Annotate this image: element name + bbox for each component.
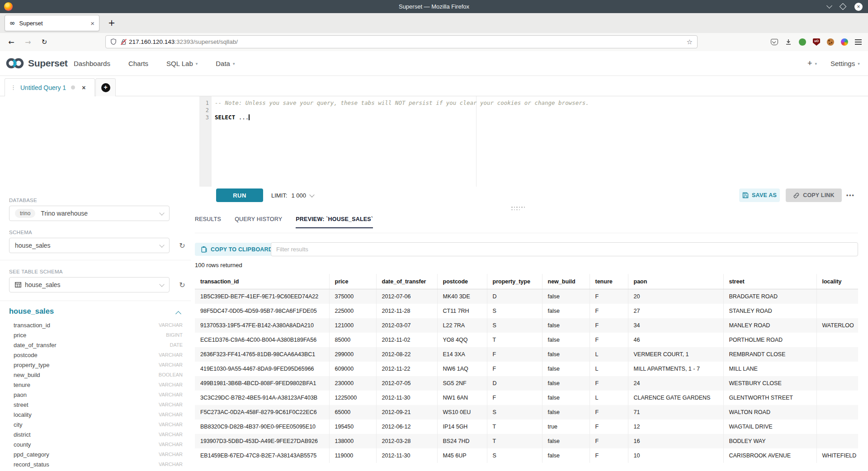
table-select[interactable]: house_sales xyxy=(9,277,170,292)
extension-ublock-icon[interactable]: uO xyxy=(813,38,820,46)
table-row: 98F5DC47-0D05-4D59-95B7-98CA6F1FDE052250… xyxy=(195,304,858,318)
copy-link-button[interactable]: COPY LINK xyxy=(786,188,842,202)
table-cell: false xyxy=(542,333,590,347)
shield-icon[interactable] xyxy=(110,38,117,45)
table-cell: 195450 xyxy=(329,419,376,434)
back-button[interactable]: ← xyxy=(5,33,18,51)
schema-refresh-icon[interactable]: ↻ xyxy=(178,241,187,250)
nav-add-button[interactable]: +▾ xyxy=(807,51,817,76)
column-list: transaction_idVARCHARpriceBIGINTdate_of_… xyxy=(9,320,183,471)
schema-select[interactable]: house_sales xyxy=(9,238,170,253)
bookmark-star-icon[interactable]: ☆ xyxy=(687,38,693,46)
table-cell: 2636F323-FF41-4765-81DB-98CAA6A43BC1 xyxy=(195,347,329,362)
nav-item-sql-lab[interactable]: SQL Lab▾ xyxy=(166,60,198,67)
results-tab-results[interactable]: RESULTS xyxy=(195,216,221,228)
pocket-icon[interactable] xyxy=(771,39,778,45)
table-cell: F xyxy=(590,448,628,463)
filter-results-input[interactable] xyxy=(271,242,858,256)
editor-lines[interactable]: -- Note: Unless you save your query, the… xyxy=(215,99,858,121)
reload-button[interactable]: ↻ xyxy=(38,33,51,51)
column-row: cityVARCHAR xyxy=(9,419,183,429)
nav-item-dashboards[interactable]: Dashboards xyxy=(74,60,110,67)
results-table: transaction_idpricedate_of_transferpostc… xyxy=(195,274,858,463)
pane-resize-handle[interactable] xyxy=(511,207,525,210)
database-select[interactable]: trino Trino warehouse xyxy=(9,206,170,221)
nav-item-label: Data xyxy=(216,60,230,67)
editor-toolbar: RUN LIMIT: 1 000 SAVE AS COPY LINK ••• xyxy=(197,188,858,203)
query-tab-close-icon[interactable]: × xyxy=(82,84,85,91)
table-cell xyxy=(816,434,858,448)
editor-line[interactable] xyxy=(215,107,858,114)
table-cell: NW1 6AN xyxy=(437,391,487,405)
more-actions-button[interactable]: ••• xyxy=(846,188,855,203)
sql-comment: -- Note: Unless you save your query, the… xyxy=(215,99,589,106)
plus-circle-icon: + xyxy=(101,83,110,92)
editor-line[interactable]: SELECT ... xyxy=(215,114,858,121)
url-path: :32393/superset/sqllab/ xyxy=(175,38,238,45)
collapse-chevron-icon[interactable] xyxy=(175,311,181,317)
column-name: street xyxy=(14,401,28,408)
url-input[interactable]: 217.160.120.143:32393/superset/sqllab/ ☆ xyxy=(105,35,698,48)
nav-item-charts[interactable]: Charts xyxy=(128,60,148,67)
column-row: tenureVARCHAR xyxy=(9,380,183,390)
drag-handle-icon[interactable]: ⋮ xyxy=(10,84,16,91)
table-cell: M45 6UP xyxy=(437,448,487,463)
column-header-date_of_transfer[interactable]: date_of_transfer xyxy=(376,274,437,289)
browser-tab[interactable]: ∞ Superset × xyxy=(5,15,99,31)
insecure-lock-icon[interactable] xyxy=(120,38,127,45)
column-header-price[interactable]: price xyxy=(329,274,376,289)
column-header-postcode[interactable]: postcode xyxy=(437,274,487,289)
new-query-tab-button[interactable]: + xyxy=(95,78,116,96)
extension-privacy-badger-icon[interactable] xyxy=(799,38,806,46)
table-cell: STANLEY ROAD xyxy=(723,304,816,318)
row-count-text: 100 rows returned xyxy=(195,262,242,268)
table-refresh-icon[interactable]: ↻ xyxy=(178,281,187,289)
nav-settings-menu[interactable]: Settings▾ xyxy=(830,51,860,76)
extension-color-icon[interactable] xyxy=(841,38,848,46)
table-cell: D xyxy=(487,289,542,304)
forward-button[interactable]: → xyxy=(21,33,35,51)
download-icon[interactable] xyxy=(785,38,792,46)
table-cell: WHITEFIELD xyxy=(816,448,858,463)
column-header-street[interactable]: street xyxy=(723,274,816,289)
table-cell: S xyxy=(487,405,542,419)
column-header-new_build[interactable]: new_build xyxy=(542,274,590,289)
browser-new-tab-button[interactable]: + xyxy=(105,17,118,29)
results-tab-preview[interactable]: PREVIEW: `HOUSE_SALES` xyxy=(296,216,373,228)
sql-text xyxy=(215,107,218,113)
column-header-transaction_id[interactable]: transaction_id xyxy=(195,274,329,289)
window-maximize-icon[interactable] xyxy=(840,3,847,10)
query-tab-active[interactable]: ⋮ Untitled Query 1 × xyxy=(5,78,95,96)
column-header-tenure[interactable]: tenure xyxy=(590,274,628,289)
database-value: Trino warehouse xyxy=(41,210,88,217)
table-cell: YO8 4QQ xyxy=(437,333,487,347)
table-cell: 230000 xyxy=(329,376,376,391)
save-as-button[interactable]: SAVE AS xyxy=(739,188,780,202)
menu-hamburger-icon[interactable] xyxy=(855,39,862,40)
run-button[interactable]: RUN xyxy=(216,188,263,202)
limit-dropdown[interactable]: LIMIT: 1 000 xyxy=(271,188,314,203)
limit-label: LIMIT: xyxy=(271,192,287,199)
copy-to-clipboard-button[interactable]: COPY TO CLIPBOARD xyxy=(195,243,279,256)
main-nav: DashboardsChartsSQL Lab▾Data▾ xyxy=(74,51,235,76)
column-header-locality[interactable]: locality xyxy=(816,274,858,289)
editor-line[interactable]: -- Note: Unless you save your query, the… xyxy=(215,99,858,107)
table-cell: 2012-09-21 xyxy=(376,405,437,419)
column-header-property_type[interactable]: property_type xyxy=(487,274,542,289)
table-cell: F xyxy=(487,347,542,362)
window-minimize-icon[interactable] xyxy=(826,3,832,9)
table-cell xyxy=(816,289,858,304)
superset-logo[interactable]: Superset xyxy=(5,57,67,70)
window-close-icon[interactable]: × xyxy=(854,3,863,11)
column-row: paonVARCHAR xyxy=(9,390,183,400)
table-cell: 2012-11-02 xyxy=(376,333,437,347)
column-row: transaction_idVARCHAR xyxy=(9,320,183,330)
sql-keyword: SELECT xyxy=(215,114,235,121)
column-header-paon[interactable]: paon xyxy=(628,274,723,289)
extension-cookie-icon[interactable] xyxy=(827,38,834,46)
table-cell xyxy=(816,391,858,405)
nav-item-data[interactable]: Data▾ xyxy=(216,60,235,67)
tab-close-icon[interactable]: × xyxy=(90,19,94,27)
sql-editor[interactable]: 123 -- Note: Unless you save your query,… xyxy=(197,96,858,187)
results-tab-query-history[interactable]: QUERY HISTORY xyxy=(235,216,282,228)
